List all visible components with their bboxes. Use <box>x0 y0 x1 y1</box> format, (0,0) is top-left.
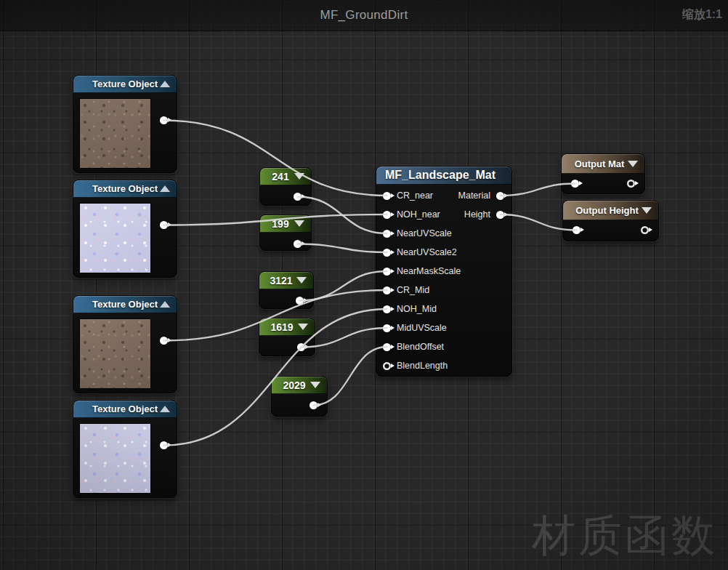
input-pin[interactable] <box>383 268 391 276</box>
input-pin[interactable] <box>573 226 581 234</box>
input-pin-label: NearMaskScale <box>397 266 461 276</box>
texture-preview <box>79 203 151 273</box>
texture-preview <box>79 423 151 494</box>
node-header[interactable]: 1619 <box>259 318 315 336</box>
input-pin-row: NearUVScale <box>383 224 461 243</box>
constant-node-241[interactable]: 241 <box>259 167 312 206</box>
material-function-node[interactable]: MF_Landscape_Mat CR_near NOH_near NearUV… <box>376 166 512 377</box>
texture-object-node-2[interactable]: Texture Object <box>73 180 177 278</box>
constant-node-1619[interactable]: 1619 <box>259 318 315 356</box>
result-pin[interactable] <box>641 226 649 234</box>
output-pin[interactable] <box>296 297 304 305</box>
output-pin[interactable] <box>297 343 305 351</box>
node-title: Texture Object <box>92 79 158 89</box>
input-pin[interactable] <box>383 230 391 238</box>
output-pin[interactable] <box>294 240 302 248</box>
output-mat-node[interactable]: Output Mat <box>561 153 645 194</box>
input-pin-row: NearUVScale2 <box>383 243 461 262</box>
input-pin-row: CR_near <box>383 186 461 205</box>
triangle-down-icon[interactable] <box>642 207 652 214</box>
triangle-down-icon[interactable] <box>298 324 308 330</box>
input-pin[interactable] <box>383 211 391 219</box>
input-pin-row: NOH_Mid <box>383 300 461 318</box>
triangle-up-icon[interactable] <box>160 81 170 87</box>
node-header[interactable]: Output Height <box>563 201 658 220</box>
triangle-up-icon[interactable] <box>160 406 170 412</box>
input-pin[interactable] <box>383 286 391 294</box>
input-pin[interactable] <box>383 324 391 332</box>
output-pin[interactable] <box>496 211 504 219</box>
node-header[interactable]: 3121 <box>259 272 313 289</box>
input-pin-row: MidUVScale <box>383 318 461 337</box>
output-pin-row: Material <box>458 186 504 205</box>
input-pin-row: BlendOffset <box>383 337 461 356</box>
output-pin[interactable] <box>294 193 302 201</box>
constant-node-199[interactable]: 199 <box>259 214 312 251</box>
output-pin-label: Material <box>458 190 490 201</box>
input-pin[interactable] <box>383 362 391 370</box>
triangle-down-icon[interactable] <box>310 382 320 388</box>
node-header[interactable]: 2029 <box>272 377 327 394</box>
input-pin[interactable] <box>383 192 391 200</box>
input-pin-label: NOH_near <box>397 209 440 220</box>
texture-preview <box>79 98 151 169</box>
node-header[interactable]: 241 <box>260 168 311 185</box>
node-header[interactable]: Texture Object <box>73 401 177 418</box>
node-title: Texture Object <box>92 299 158 310</box>
triangle-up-icon[interactable] <box>160 185 170 192</box>
zoom-level-label: 缩放1:1 <box>682 7 722 23</box>
triangle-down-icon[interactable] <box>294 173 304 180</box>
triangle-down-icon[interactable] <box>294 220 304 227</box>
triangle-up-icon[interactable] <box>160 301 170 308</box>
watermark-text: 材质函数 <box>532 507 718 566</box>
texture-object-node-4[interactable]: Texture Object <box>73 400 177 498</box>
node-title: Texture Object <box>92 183 158 194</box>
input-pin-row: NOH_near <box>383 205 461 224</box>
texture-preview <box>79 318 151 389</box>
output-pin-label: Height <box>464 209 490 220</box>
node-header[interactable]: 199 <box>260 215 311 233</box>
input-pin-row: CR_Mid <box>383 281 461 300</box>
node-header[interactable]: Texture Object <box>73 76 177 93</box>
input-pin-label: NearUVScale2 <box>397 247 457 257</box>
node-title: Output Height <box>575 205 646 216</box>
input-pin-label: NOH_Mid <box>397 304 437 314</box>
input-pin[interactable] <box>571 180 579 188</box>
output-pin[interactable] <box>160 337 168 345</box>
node-header[interactable]: MF_Landscape_Mat <box>376 166 511 185</box>
output-pin[interactable] <box>310 401 318 409</box>
input-pin-label: NearUVScale <box>397 228 452 238</box>
input-pin-label: CR_near <box>397 190 433 201</box>
input-pin-label: MidUVScale <box>397 323 447 333</box>
material-graph-canvas[interactable]: 材质函数 Texture Object Texture Object Textu… <box>0 0 728 570</box>
graph-title: MF_GroundDirt <box>0 8 728 23</box>
node-title: MF_Landscape_Mat <box>385 169 496 182</box>
result-pin[interactable] <box>627 180 635 188</box>
input-pin-row: BlendLength <box>383 356 461 375</box>
input-pin[interactable] <box>383 343 391 351</box>
output-pin[interactable] <box>160 221 168 229</box>
node-header[interactable]: Texture Object <box>73 296 177 313</box>
output-pin[interactable] <box>160 116 168 124</box>
texture-object-node-3[interactable]: Texture Object <box>73 295 177 393</box>
input-pin-label: BlendLength <box>397 361 448 371</box>
node-title: Texture Object <box>92 404 158 414</box>
input-pin-label: BlendOffset <box>397 342 444 352</box>
input-pin-label: CR_Mid <box>397 285 429 295</box>
output-pin[interactable] <box>160 441 168 449</box>
output-pin-row: Height <box>458 205 504 224</box>
input-pin[interactable] <box>383 249 391 257</box>
output-pin[interactable] <box>496 192 504 200</box>
input-pin[interactable] <box>383 305 391 313</box>
node-title: Output Mat <box>575 158 632 169</box>
triangle-down-icon[interactable] <box>296 277 307 284</box>
graph-title-bar: MF_GroundDirt 缩放1:1 <box>0 0 728 31</box>
output-height-node[interactable]: Output Height <box>562 200 659 241</box>
node-header[interactable]: Texture Object <box>73 180 177 198</box>
constant-node-2029[interactable]: 2029 <box>271 376 328 417</box>
node-header[interactable]: Output Mat <box>562 154 644 174</box>
input-pin-row: NearMaskScale <box>383 262 461 281</box>
texture-object-node-1[interactable]: Texture Object <box>73 75 177 173</box>
triangle-down-icon[interactable] <box>628 161 638 167</box>
constant-node-3121[interactable]: 3121 <box>259 271 314 309</box>
